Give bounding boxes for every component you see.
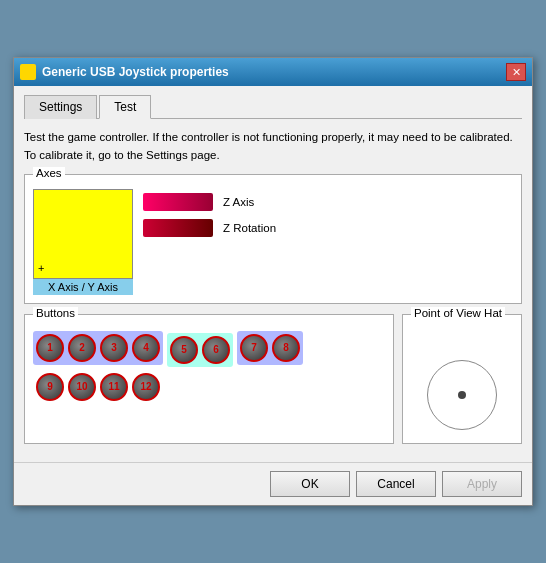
z-axis-row: Z Axis <box>143 193 513 211</box>
xy-axis-container: + X Axis / Y Axis <box>33 189 133 295</box>
buttons-section-label: Buttons <box>33 307 78 319</box>
pov-dot <box>458 391 466 399</box>
pov-outer-circle <box>427 360 497 430</box>
apply-button[interactable]: Apply <box>442 471 522 497</box>
axes-content: + X Axis / Y Axis Z Axis Z Rotation <box>33 189 513 295</box>
title-controls: ✕ <box>506 63 526 81</box>
button-12[interactable]: 12 <box>132 373 160 401</box>
xy-axis-box: + <box>33 189 133 279</box>
button-11[interactable]: 11 <box>100 373 128 401</box>
window-title: Generic USB Joystick properties <box>42 65 506 79</box>
pov-section-label: Point of View Hat <box>411 307 505 319</box>
footer: OK Cancel Apply <box>14 462 532 505</box>
z-rotation-label: Z Rotation <box>223 222 276 234</box>
button-10[interactable]: 10 <box>68 373 96 401</box>
xy-plus-indicator: + <box>38 262 44 274</box>
button-5[interactable]: 5 <box>170 336 198 364</box>
z-axis-bar <box>143 193 213 211</box>
buttons-section: Buttons 1 2 3 4 5 6 <box>24 314 394 444</box>
cancel-button[interactable]: Cancel <box>356 471 436 497</box>
ok-button[interactable]: OK <box>270 471 350 497</box>
z-rotation-row: Z Rotation <box>143 219 513 237</box>
buttons-row1-wrapper: 1 2 3 4 5 6 7 8 <box>33 331 385 369</box>
right-axes: Z Axis Z Rotation <box>143 189 513 237</box>
z-axis-label: Z Axis <box>223 196 254 208</box>
window-icon <box>20 64 36 80</box>
button-8[interactable]: 8 <box>272 334 300 362</box>
content-area: Settings Test Test the game controller. … <box>14 86 532 462</box>
title-bar: Generic USB Joystick properties ✕ <box>14 58 532 86</box>
button-7[interactable]: 7 <box>240 334 268 362</box>
description-text: Test the game controller. If the control… <box>24 129 522 164</box>
button-3[interactable]: 3 <box>100 334 128 362</box>
button-6[interactable]: 6 <box>202 336 230 364</box>
buttons-group3: 7 8 <box>237 331 303 365</box>
buttons-group2-cyan: 5 6 <box>167 333 233 367</box>
xy-axis-label: X Axis / Y Axis <box>33 279 133 295</box>
lower-section: Buttons 1 2 3 4 5 6 <box>24 314 522 444</box>
close-button[interactable]: ✕ <box>506 63 526 81</box>
button-1[interactable]: 1 <box>36 334 64 362</box>
button-9[interactable]: 9 <box>36 373 64 401</box>
tab-settings[interactable]: Settings <box>24 95 97 119</box>
pov-circle-container <box>411 339 513 451</box>
pov-section: Point of View Hat <box>402 314 522 444</box>
tab-test[interactable]: Test <box>99 95 151 119</box>
buttons-container: 1 2 3 4 5 6 7 8 <box>33 331 385 401</box>
buttons-group1: 1 2 3 4 <box>33 331 163 365</box>
button-4[interactable]: 4 <box>132 334 160 362</box>
z-rotation-bar <box>143 219 213 237</box>
axes-section: Axes + X Axis / Y Axis Z Axis Z Rotatio <box>24 174 522 304</box>
axes-section-label: Axes <box>33 167 65 179</box>
tab-bar: Settings Test <box>24 94 522 119</box>
button-2[interactable]: 2 <box>68 334 96 362</box>
main-window: Generic USB Joystick properties ✕ Settin… <box>13 57 533 506</box>
buttons-row2: 9 10 11 12 <box>33 373 385 401</box>
